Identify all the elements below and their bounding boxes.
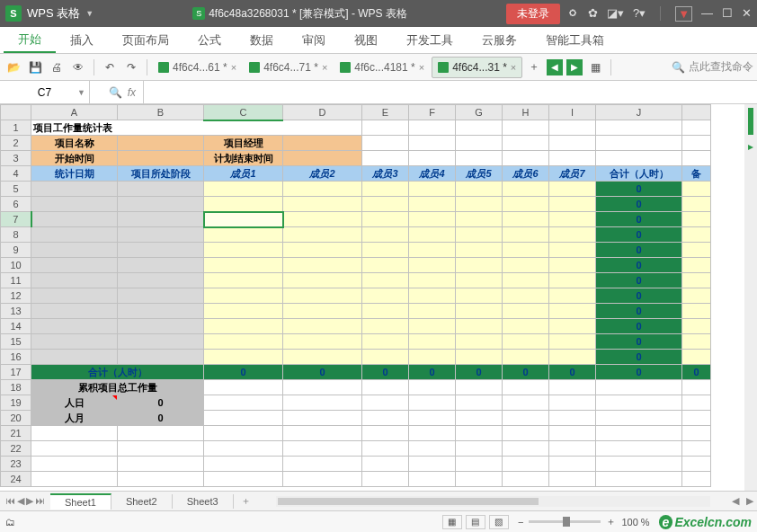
hsb-left[interactable]: ◀ [728,495,743,507]
col-header-E[interactable]: E [362,105,409,120]
cell[interactable] [283,350,362,365]
cell[interactable] [283,273,362,288]
cell[interactable] [409,411,456,426]
cell[interactable] [456,441,503,457]
cell[interactable] [31,319,118,334]
minimize-button[interactable]: — [701,6,713,22]
cell[interactable] [362,227,409,243]
maximize-button[interactable]: ☐ [722,6,733,22]
cell[interactable] [204,288,283,304]
cell[interactable] [503,243,549,258]
cell[interactable]: 0 [596,212,682,227]
cell[interactable] [362,304,409,319]
view-switcher[interactable]: ▦ ▤ ▧ [442,515,509,529]
cell[interactable] [362,395,409,411]
cell[interactable] [118,457,204,472]
cell[interactable] [549,441,596,457]
cell[interactable] [409,472,456,487]
cell[interactable] [31,258,118,273]
cell[interactable] [31,227,118,243]
cell[interactable] [503,212,549,227]
cell[interactable] [682,212,711,227]
view-break-icon[interactable]: ▧ [489,515,509,529]
sheet-nav[interactable]: ⏮◀▶⏭ [0,495,50,507]
row-header-4[interactable]: 4 [1,166,31,182]
row-header-14[interactable]: 14 [1,319,31,334]
col-header-cell[interactable]: 项目所处阶段 [118,166,204,182]
cell[interactable] [549,411,596,426]
cell[interactable] [283,426,362,441]
cell[interactable] [204,426,283,441]
close-icon[interactable]: × [511,62,516,73]
cell[interactable] [503,288,549,304]
cell[interactable] [456,411,503,426]
cell[interactable] [682,304,711,319]
ribbon-tab-data[interactable]: 数据 [236,27,288,53]
cell[interactable] [503,227,549,243]
cell[interactable] [549,426,596,441]
cell[interactable] [503,151,549,166]
cell[interactable]: 0 [596,304,682,319]
cell[interactable] [118,441,204,457]
cell[interactable] [362,212,409,227]
cell[interactable] [549,151,596,166]
cell[interactable] [682,182,711,197]
cell[interactable] [596,120,682,136]
sheet-tab-3[interactable]: Sheet3 [173,494,234,509]
search-placeholder[interactable]: 点此查找命令 [689,59,753,75]
totals-label[interactable]: 合计（人时） [31,365,204,380]
row-header-15[interactable]: 15 [1,334,31,350]
cell[interactable] [204,227,283,243]
row-header-9[interactable]: 9 [1,243,31,258]
sheet-tab-2[interactable]: Sheet2 [111,494,173,509]
cell[interactable] [549,334,596,350]
row-header-17[interactable]: 17 [1,365,31,380]
doc-tab-3[interactable]: 4f6c...4181 *× [334,57,430,78]
cell[interactable] [204,472,283,487]
cell[interactable] [682,227,711,243]
ribbon-tab-insert[interactable]: 插入 [56,27,108,53]
cell[interactable] [31,182,118,197]
cell[interactable]: 0 [596,365,682,380]
cell[interactable] [204,258,283,273]
cell[interactable] [503,457,549,472]
row-header-5[interactable]: 5 [1,182,31,197]
cell[interactable] [549,136,596,151]
cell[interactable] [118,350,204,365]
cell[interactable] [503,273,549,288]
doc-tab-2[interactable]: 4f6c4...71 *× [244,57,333,78]
cell[interactable] [362,457,409,472]
cell[interactable] [596,441,682,457]
new-tab-icon[interactable]: ＋ [524,58,544,77]
cloud-icon[interactable]: ⭘ [567,6,579,22]
cell[interactable] [118,182,204,197]
cell[interactable] [503,182,549,197]
col-header-B[interactable]: B [118,105,204,120]
col-header-cell[interactable]: 成员3 [362,166,409,182]
ribbon-tab-view[interactable]: 视图 [340,27,392,53]
cell[interactable] [118,319,204,334]
cell[interactable] [31,350,118,365]
doc-tab-1[interactable]: 4f6c4...61 *× [153,57,242,78]
cell[interactable] [118,334,204,350]
row-header-16[interactable]: 16 [1,350,31,365]
cell[interactable] [409,151,456,166]
cell[interactable] [456,197,503,212]
summary-label[interactable]: 人月 [31,411,118,426]
cell[interactable] [549,395,596,411]
row-header-2[interactable]: 2 [1,136,31,151]
cell[interactable]: 开始时间 [31,151,118,166]
col-header-cell[interactable]: 成员5 [456,166,503,182]
cell[interactable]: 0 [456,365,503,380]
cell[interactable] [362,380,409,395]
cell[interactable] [283,197,362,212]
cell[interactable] [204,197,283,212]
undo-icon[interactable]: ↶ [100,58,120,77]
cell[interactable] [456,395,503,411]
cell[interactable] [456,136,503,151]
cell[interactable] [503,258,549,273]
cell[interactable]: 0 [596,273,682,288]
cell[interactable] [362,120,409,136]
cell[interactable] [596,151,682,166]
cell[interactable] [362,334,409,350]
